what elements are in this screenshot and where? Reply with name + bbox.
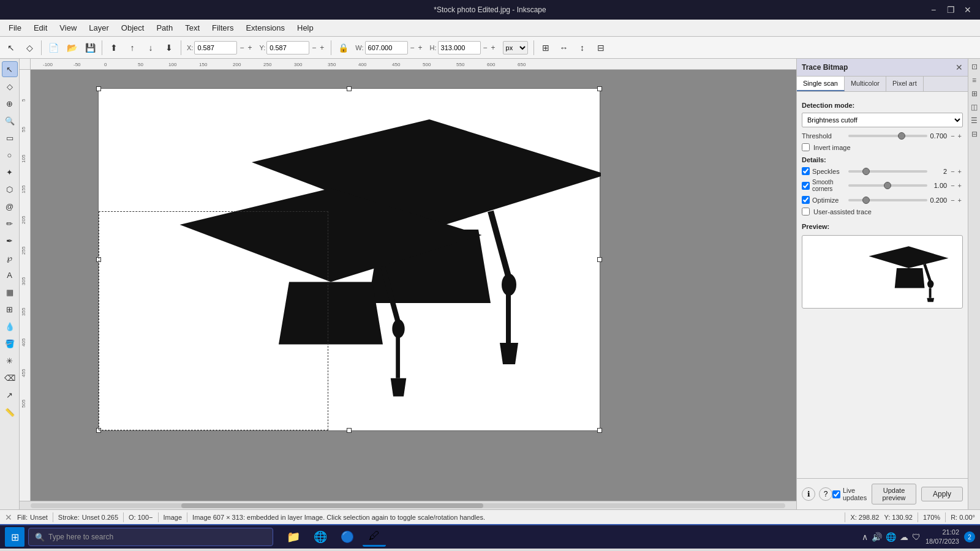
tab-pixel-art[interactable]: Pixel art	[886, 77, 924, 91]
menu-item-layer[interactable]: Layer	[83, 21, 115, 35]
snap-icon[interactable]: ⊡	[969, 61, 980, 72]
smooth-corners-checkbox[interactable]	[802, 182, 810, 190]
unit-select[interactable]: px mm cm	[503, 41, 528, 54]
optimize-minus[interactable]: −	[949, 197, 956, 204]
connector-tool[interactable]: ↗	[2, 387, 18, 403]
tab-multicolor[interactable]: Multicolor	[845, 77, 886, 91]
minimize-button[interactable]: −	[926, 4, 941, 16]
flip-v-btn[interactable]: ↕	[574, 39, 591, 56]
y-input[interactable]	[266, 41, 309, 54]
rect-tool[interactable]: ▭	[2, 130, 18, 146]
speckles-plus[interactable]: +	[957, 168, 963, 175]
circle-tool[interactable]: ○	[2, 147, 18, 163]
x-minus[interactable]: −	[238, 43, 245, 52]
h-plus[interactable]: +	[490, 43, 497, 52]
threshold-minus[interactable]: −	[949, 132, 956, 140]
eraser-tool[interactable]: ⌫	[2, 370, 18, 386]
lock-aspect-btn[interactable]: 🔒	[334, 39, 352, 56]
w-minus[interactable]: −	[409, 43, 416, 52]
user-assisted-checkbox[interactable]	[802, 208, 810, 216]
start-button[interactable]: ⊞	[5, 527, 24, 547]
mesh-tool[interactable]: ⊞	[2, 301, 18, 317]
x-input[interactable]	[194, 41, 237, 54]
flip-h-btn[interactable]: ↔	[556, 39, 573, 56]
panel-icon-1[interactable]: ≡	[969, 75, 980, 86]
star-tool[interactable]: ✦	[2, 164, 18, 180]
info-btn[interactable]: ℹ	[802, 487, 815, 501]
invert-image-checkbox[interactable]	[802, 143, 810, 151]
maximize-button[interactable]: ❐	[943, 4, 958, 16]
node-edit-tool[interactable]: ◇	[2, 78, 18, 94]
3d-box-tool[interactable]: ⬡	[2, 181, 18, 197]
menu-item-file[interactable]: File	[2, 21, 28, 35]
notification-badge[interactable]: 2	[964, 531, 975, 542]
smooth-corners-minus[interactable]: −	[949, 182, 956, 189]
selection-tool[interactable]: ↖	[2, 61, 18, 77]
lower-btn[interactable]: ⬇	[160, 39, 178, 56]
menu-item-path[interactable]: Path	[150, 21, 179, 35]
panel-close-btn[interactable]: ✕	[956, 62, 963, 72]
speckles-minus[interactable]: −	[949, 168, 956, 175]
save-btn[interactable]: 💾	[81, 39, 99, 56]
tab-single-scan[interactable]: Single scan	[797, 77, 845, 91]
tray-volume-icon[interactable]: 🔊	[872, 532, 882, 542]
handle-bc[interactable]	[347, 428, 352, 433]
taskbar-search[interactable]: 🔍 Type here to search	[28, 528, 273, 546]
open-btn[interactable]: 📂	[63, 39, 80, 56]
paint-bucket-tool[interactable]: 🪣	[2, 335, 18, 351]
threshold-plus[interactable]: +	[957, 132, 963, 140]
handle-tc[interactable]	[347, 86, 352, 91]
taskbar-inkscape[interactable]: 🖊	[363, 527, 386, 547]
handle-mr[interactable]	[597, 257, 602, 262]
tray-security-icon[interactable]: 🛡	[912, 532, 921, 542]
handle-br[interactable]	[597, 428, 602, 433]
new-doc-btn[interactable]: 📄	[45, 39, 62, 56]
tray-arrow-icon[interactable]: ∧	[862, 532, 868, 542]
speckles-checkbox[interactable]	[802, 167, 810, 175]
optimize-checkbox[interactable]	[802, 196, 810, 204]
panel-icon-5[interactable]: ⊟	[969, 129, 980, 140]
tray-clock[interactable]: 21:02 18/07/2023	[925, 528, 959, 547]
panel-icon-2[interactable]: ⊞	[969, 88, 980, 99]
optimize-slider[interactable]	[848, 199, 927, 201]
raise-btn[interactable]: ⬆	[105, 39, 123, 56]
node-tool[interactable]: ◇	[21, 39, 38, 56]
panel-icon-4[interactable]: ☰	[969, 115, 980, 126]
panel-icon-3[interactable]: ◫	[969, 102, 980, 113]
h-minus[interactable]: −	[482, 43, 489, 52]
speckles-slider[interactable]	[848, 170, 927, 173]
h-scrollbar-thumb[interactable]	[181, 503, 483, 508]
apply-btn[interactable]: Apply	[921, 487, 963, 501]
pen-tool[interactable]: ✒	[2, 233, 18, 249]
close-button[interactable]: ✕	[960, 4, 975, 16]
handle-tr[interactable]	[597, 86, 602, 91]
canvas-viewport[interactable]	[31, 70, 796, 501]
help-btn[interactable]: ?	[819, 487, 832, 501]
w-plus[interactable]: +	[417, 43, 424, 52]
handle-tl[interactable]	[96, 86, 101, 91]
transform-btn[interactable]: ⊞	[537, 39, 554, 56]
menu-item-text[interactable]: Text	[179, 21, 206, 35]
text-tool[interactable]: A	[2, 267, 18, 283]
smooth-corners-slider[interactable]	[848, 184, 927, 187]
update-preview-btn[interactable]: Update preview	[872, 484, 916, 504]
taskbar-chrome[interactable]: 🔵	[336, 527, 359, 547]
align-btn[interactable]: ⊟	[592, 39, 609, 56]
threshold-slider[interactable]	[848, 135, 927, 137]
raise-step-btn[interactable]: ↑	[124, 39, 141, 56]
spray-tool[interactable]: ✳	[2, 353, 18, 369]
tray-network-icon[interactable]: 🌐	[886, 532, 896, 542]
y-minus[interactable]: −	[311, 43, 317, 52]
calligraphy-tool[interactable]: ℘	[2, 250, 18, 266]
menu-item-extensions[interactable]: Extensions	[239, 21, 291, 35]
h-input[interactable]	[438, 41, 481, 54]
measure-tool[interactable]: 📏	[2, 404, 18, 420]
lower-step-btn[interactable]: ↓	[142, 39, 159, 56]
menu-item-view[interactable]: View	[53, 21, 83, 35]
y-plus[interactable]: +	[318, 43, 325, 52]
x-plus[interactable]: +	[246, 43, 253, 52]
optimize-plus[interactable]: +	[957, 197, 963, 204]
live-updates-checkbox[interactable]	[832, 490, 840, 498]
spiral-tool[interactable]: @	[2, 198, 18, 214]
taskbar-edge[interactable]: 🌐	[309, 527, 332, 547]
